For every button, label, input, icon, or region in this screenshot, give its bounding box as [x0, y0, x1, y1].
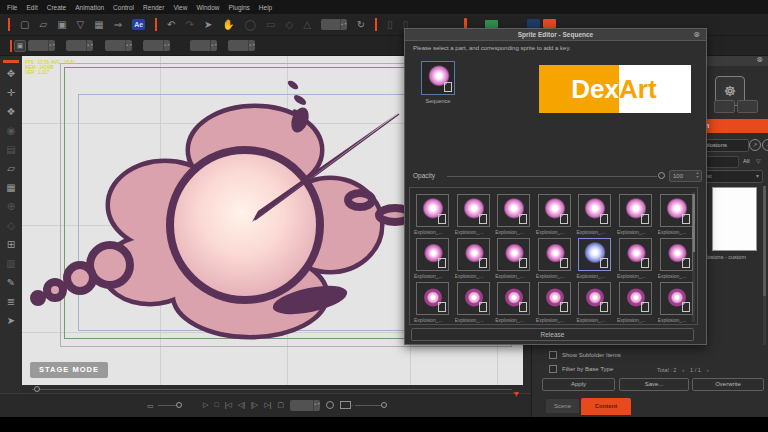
sheet-tool-icon[interactable]: ▦: [6, 183, 15, 193]
loop-button[interactable]: ▢: [277, 399, 284, 411]
hand-icon[interactable]: ✋: [222, 20, 234, 30]
page-prev-icon[interactable]: ‹: [682, 367, 684, 373]
blue-tool-badge[interactable]: [527, 19, 540, 28]
menu-item-edit[interactable]: Edit: [26, 4, 37, 11]
redo-icon[interactable]: ↷: [186, 20, 194, 30]
menu-item-plugins[interactable]: Plugins: [229, 4, 250, 11]
release-button[interactable]: Release: [411, 328, 694, 341]
stop-button[interactable]: □: [214, 399, 218, 411]
pen-tool-icon[interactable]: ✎: [7, 278, 15, 288]
walk-tool-icon[interactable]: ✥: [7, 69, 15, 79]
dialog-title-bar[interactable]: Sprite Editor - Sequence ⊗: [405, 29, 706, 41]
panel-scrollbar[interactable]: [763, 186, 766, 364]
sprite-cell[interactable]: [619, 194, 652, 227]
menu-item-animation[interactable]: Animation: [75, 4, 104, 11]
all-label[interactable]: All: [743, 158, 750, 164]
tab-scene[interactable]: Scene: [546, 399, 579, 413]
opacity-slider-handle[interactable]: [658, 172, 665, 179]
filter-icon[interactable]: ▽: [756, 157, 761, 164]
show-subfolder-checkbox[interactable]: Show Subfolder Items: [549, 351, 621, 359]
onion-skin-button[interactable]: [340, 401, 351, 409]
record-icon[interactable]: ◉: [7, 126, 16, 136]
sprite-cell[interactable]: [578, 194, 611, 227]
grid-tool-icon[interactable]: ▥: [6, 259, 15, 269]
mirror-icon[interactable]: ◇: [285, 20, 293, 30]
close-icon[interactable]: ⊗: [756, 55, 763, 65]
folder-tool-icon[interactable]: ▱: [7, 164, 15, 174]
menu-item-window[interactable]: Window: [196, 4, 219, 11]
jump-start-button[interactable]: |◁: [225, 399, 232, 411]
step-back-button[interactable]: ◁|: [238, 399, 245, 411]
menu-item-control[interactable]: Control: [113, 4, 134, 11]
sprite-cell[interactable]: [497, 238, 530, 271]
stepper-arrows[interactable]: ▲▼: [340, 19, 347, 30]
sprite-cell[interactable]: [538, 194, 571, 227]
scroll-handle[interactable]: [763, 186, 766, 296]
sprite-cell[interactable]: [619, 238, 652, 271]
extra-icon-1[interactable]: ▯: [387, 20, 393, 30]
sprite-cell[interactable]: [497, 194, 530, 227]
angle-icon[interactable]: △: [303, 20, 311, 30]
menu-item-file[interactable]: File: [7, 4, 17, 11]
sprite-cell[interactable]: [538, 282, 571, 315]
menu-item-render[interactable]: Render: [143, 4, 164, 11]
sprite-cell[interactable]: [660, 238, 693, 271]
page-next-icon[interactable]: ›: [707, 367, 709, 373]
sprite-cell[interactable]: [538, 238, 571, 271]
stepper-arrows[interactable]: ▲▼: [694, 171, 701, 181]
explosion-artwork[interactable]: [30, 75, 410, 350]
tab-content[interactable]: Content: [581, 398, 631, 415]
orange-tool-badge[interactable]: [543, 19, 556, 28]
stepper-arrows[interactable]: ▲▼: [125, 40, 132, 51]
sprite-cell[interactable]: [416, 194, 449, 227]
scroll-handle[interactable]: [34, 386, 40, 392]
link-icon[interactable]: ↗: [749, 139, 761, 151]
step-forward-button[interactable]: |▷: [251, 399, 258, 411]
image-icon[interactable]: ▦: [94, 20, 103, 30]
sprite-cell[interactable]: [660, 282, 693, 315]
transform-field-1[interactable]: ▲▼: [28, 40, 55, 51]
filter-base-type-checkbox[interactable]: Filter by Base Type: [549, 365, 613, 373]
select-rect-tool-icon[interactable]: ⊞: [7, 240, 15, 250]
play-button[interactable]: ▷: [203, 399, 208, 411]
overwrite-button[interactable]: Overwrite: [692, 378, 764, 391]
menu-item-create[interactable]: Create: [47, 4, 67, 11]
sprite-cell[interactable]: [416, 238, 449, 271]
transform-field-2[interactable]: ▲▼: [66, 40, 93, 51]
transform-field-4[interactable]: ▲▼: [143, 40, 170, 51]
transform-field-6[interactable]: ▲▼: [228, 40, 255, 51]
green-tool-badge[interactable]: [485, 20, 498, 28]
save-icon[interactable]: ▣: [57, 20, 66, 30]
stepper-arrows[interactable]: ▲▼: [163, 40, 170, 51]
stepper-arrows[interactable]: ▲▼: [210, 40, 217, 51]
flip-icon[interactable]: ▭: [266, 20, 275, 30]
zoom-slider-handle[interactable]: [176, 402, 182, 408]
sprite-cell[interactable]: [457, 238, 490, 271]
menu-item-help[interactable]: Help: [259, 4, 272, 11]
sprite-cell[interactable]: [619, 282, 652, 315]
arrow-tool-icon[interactable]: ➤: [7, 316, 15, 326]
keyframe-button[interactable]: [326, 401, 334, 409]
sprite-cell[interactable]: [497, 282, 530, 315]
remove-icon[interactable]: −: [762, 139, 768, 151]
reset-rotation-icon[interactable]: ↻: [357, 20, 365, 30]
stepper-arrows[interactable]: ▲▼: [248, 40, 255, 51]
jump-end-button[interactable]: ▷|: [264, 399, 271, 411]
pin-tool-icon[interactable]: ⊕: [7, 202, 15, 212]
sprite-cell[interactable]: [660, 194, 693, 227]
checkbox-icon[interactable]: [549, 365, 557, 373]
new-file-icon[interactable]: ▢: [20, 20, 29, 30]
sprite-cell[interactable]: [416, 282, 449, 315]
rig-tool-icon[interactable]: ❖: [7, 107, 16, 117]
sprite-cell[interactable]: [457, 282, 490, 315]
sprite-cell[interactable]: [457, 194, 490, 227]
basket-icon[interactable]: ▽: [77, 20, 85, 30]
pose-tool-icon[interactable]: ✛: [7, 88, 15, 98]
marker-tool-icon[interactable]: ◇: [7, 221, 15, 231]
sprite-cell[interactable]: [578, 282, 611, 315]
toolbar-dropdown[interactable]: ▲▼: [321, 19, 347, 30]
transform-field-3[interactable]: ▲▼: [105, 40, 132, 51]
zoom-icon[interactable]: ◯: [245, 20, 256, 30]
close-icon[interactable]: ⊗: [693, 30, 700, 40]
menu-item-view[interactable]: View: [173, 4, 187, 11]
